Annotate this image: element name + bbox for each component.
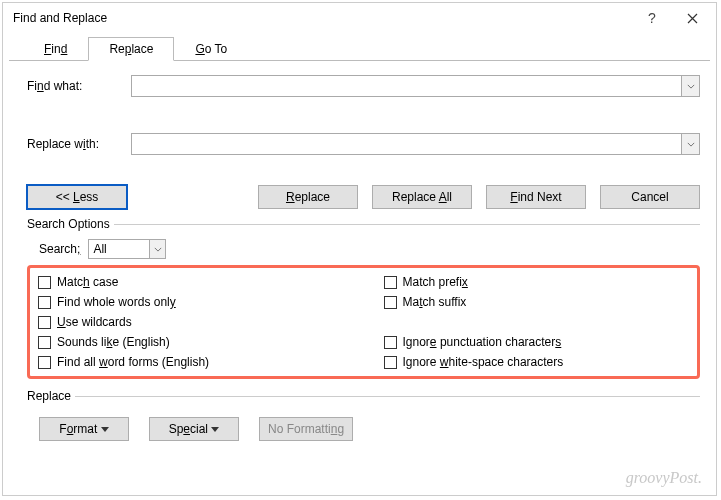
search-scope-row: Search; All — [27, 237, 700, 265]
checkbox-icon — [384, 276, 397, 289]
check-match-suffix[interactable]: Match suffix — [384, 292, 690, 312]
check-word-forms[interactable]: Find all word forms (English) — [38, 352, 344, 372]
titlebar: Find and Replace ? — [3, 3, 716, 33]
search-scope-label: Search; — [39, 242, 80, 256]
check-match-case[interactable]: Match case — [38, 272, 344, 292]
checkbox-icon — [384, 296, 397, 309]
replace-legend: Replace — [27, 389, 75, 403]
find-what-label: Find what: — [27, 79, 131, 93]
less-button[interactable]: << Less — [27, 185, 127, 209]
close-icon — [687, 13, 698, 24]
checkbox-icon — [384, 336, 397, 349]
chevron-down-icon — [154, 247, 162, 252]
find-next-button[interactable]: Find Next — [486, 185, 586, 209]
close-button[interactable] — [672, 4, 712, 32]
search-options-legend: Search Options — [27, 217, 114, 231]
search-scope-select[interactable]: All — [88, 239, 166, 259]
check-ignore-whitespace[interactable]: Ignore white-space characters — [384, 352, 690, 372]
dialog-body: Find what: Replace with: << Less Replace… — [3, 61, 716, 453]
replace-with-input[interactable] — [131, 133, 700, 155]
tab-strip: Find Replace Go To — [3, 33, 716, 61]
dialog-title: Find and Replace — [13, 11, 632, 25]
checkbox-icon — [38, 296, 51, 309]
find-what-input[interactable] — [131, 75, 700, 97]
caret-down-icon — [211, 427, 219, 432]
replace-with-label: Replace with: — [27, 137, 131, 151]
tab-find[interactable]: Find — [23, 37, 88, 61]
check-wildcards[interactable]: Use wildcards — [38, 312, 344, 332]
special-button[interactable]: Special — [149, 417, 239, 441]
replace-all-button[interactable]: Replace All — [372, 185, 472, 209]
check-sounds-like[interactable]: Sounds like (English) — [38, 332, 344, 352]
check-whole-words[interactable]: Find whole words only — [38, 292, 344, 312]
checkbox-icon — [38, 316, 51, 329]
options-col-left: Match case Find whole words only Use wil… — [38, 272, 344, 372]
search-scope-dropdown[interactable] — [149, 240, 165, 258]
find-what-dropdown[interactable] — [681, 76, 699, 96]
chevron-down-icon — [687, 84, 695, 89]
check-ignore-punct[interactable]: Ignore punctuation characters — [384, 332, 690, 352]
no-formatting-button[interactable]: No Formatting — [259, 417, 353, 441]
replace-group: Replace Format Special No Formatting — [27, 389, 700, 445]
find-replace-dialog: Find and Replace ? Find Replace Go To Fi… — [2, 2, 717, 496]
options-col-right: Match prefix Match suffix Ignore punctua… — [384, 272, 690, 372]
tab-goto[interactable]: Go To — [174, 37, 248, 61]
help-button[interactable]: ? — [632, 4, 672, 32]
checkbox-icon — [38, 356, 51, 369]
action-buttons: << Less Replace Replace All Find Next Ca… — [27, 177, 700, 211]
search-options-highlight: Match case Find whole words only Use wil… — [27, 265, 700, 379]
cancel-button[interactable]: Cancel — [600, 185, 700, 209]
watermark: groovyPost. — [626, 469, 702, 487]
checkbox-icon — [384, 356, 397, 369]
checkbox-icon — [38, 336, 51, 349]
replace-with-row: Replace with: — [27, 133, 700, 155]
format-button[interactable]: Format — [39, 417, 129, 441]
check-match-prefix[interactable]: Match prefix — [384, 272, 690, 292]
caret-down-icon — [101, 427, 109, 432]
search-options-group: Search Options Search; All Match case — [27, 217, 700, 383]
replace-button[interactable]: Replace — [258, 185, 358, 209]
checkbox-icon — [38, 276, 51, 289]
tab-replace[interactable]: Replace — [88, 37, 174, 61]
chevron-down-icon — [687, 142, 695, 147]
find-what-row: Find what: — [27, 75, 700, 97]
replace-with-dropdown[interactable] — [681, 134, 699, 154]
